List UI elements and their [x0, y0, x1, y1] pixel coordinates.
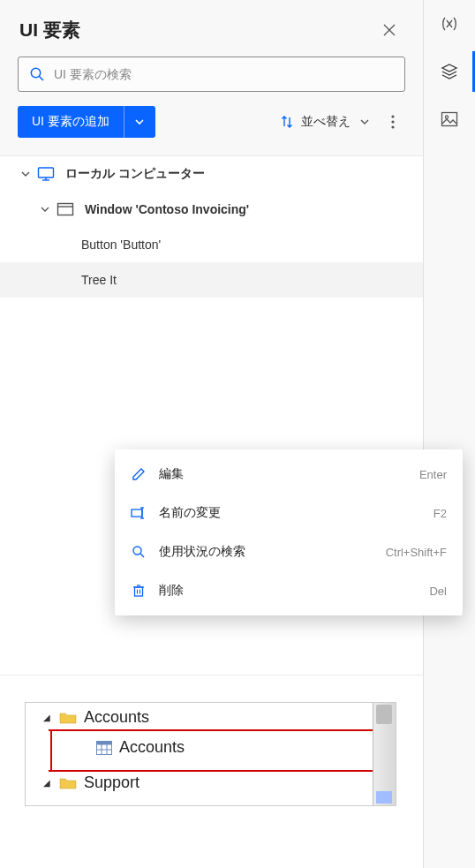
- search-icon: [29, 66, 45, 82]
- svg-point-14: [133, 547, 141, 555]
- preview-screenshot: ◢ Accounts Accounts ◢ Support: [25, 702, 396, 806]
- folder-icon: [59, 776, 77, 790]
- context-menu-rename-shortcut: F2: [434, 507, 447, 520]
- svg-point-0: [31, 68, 40, 77]
- tree-root-label: ローカル コンピューター: [65, 166, 205, 182]
- svg-point-27: [445, 116, 448, 118]
- svg-rect-22: [97, 741, 112, 744]
- tree-window-label: Window 'Contoso Invoicing': [85, 202, 249, 216]
- svg-rect-26: [442, 113, 457, 126]
- svg-rect-16: [135, 587, 143, 596]
- image-icon: [441, 111, 458, 127]
- chevron-down-icon: [20, 169, 31, 179]
- context-menu-delete[interactable]: 削除 Del: [115, 571, 463, 610]
- preview-row1-label: Accounts: [84, 708, 149, 727]
- svg-rect-8: [58, 204, 73, 215]
- chevron-down-icon: [40, 204, 50, 215]
- triangle-icon: ◢: [43, 713, 50, 722]
- rename-icon: [131, 507, 147, 519]
- tree-item-tree-row[interactable]: Tree It: [0, 262, 423, 298]
- grid-icon: [96, 741, 112, 755]
- search-icon: [132, 545, 146, 559]
- more-vertical-icon: [391, 115, 395, 129]
- rail-variables-tab[interactable]: [424, 0, 475, 48]
- context-menu-delete-label: 削除: [159, 583, 417, 599]
- panel-title: UI 要素: [19, 18, 80, 42]
- variables-icon: [441, 16, 458, 32]
- sort-icon: [280, 115, 294, 129]
- preview-pane: ◢ Accounts Accounts ◢ Support: [0, 675, 423, 868]
- add-ui-element-dropdown[interactable]: [124, 106, 155, 138]
- preview-tree-row: Accounts: [96, 738, 185, 757]
- context-menu-rename-label: 名前の変更: [159, 505, 421, 521]
- svg-point-4: [391, 125, 394, 128]
- context-menu-rename[interactable]: 名前の変更 F2: [115, 494, 463, 532]
- tree-window-row[interactable]: Window 'Contoso Invoicing': [0, 192, 423, 227]
- edit-icon: [132, 467, 146, 481]
- svg-rect-10: [132, 509, 142, 517]
- tree-item-tree-label: Tree It: [81, 273, 117, 287]
- search-input[interactable]: [54, 67, 394, 81]
- context-menu-edit-shortcut: Enter: [419, 468, 447, 481]
- tree-item-button-label: Button 'Button': [81, 238, 161, 252]
- sort-button[interactable]: 並べ替え: [280, 114, 372, 130]
- tree-area: ローカル コンピューター Window 'Contoso Invoicing' …: [0, 155, 423, 675]
- context-menu-find-usage-label: 使用状況の検索: [159, 544, 373, 560]
- context-menu-edit-label: 編集: [159, 466, 407, 482]
- preview-tree-row: ◢ Support: [43, 774, 139, 792]
- preview-row3-label: Support: [84, 774, 139, 792]
- svg-rect-5: [39, 168, 54, 177]
- svg-point-2: [391, 115, 394, 117]
- tree-root-row[interactable]: ローカル コンピューター: [0, 156, 423, 192]
- svg-point-3: [391, 120, 394, 123]
- window-icon: [57, 202, 74, 216]
- layers-icon: [441, 63, 458, 80]
- sort-label: 並べ替え: [301, 114, 351, 130]
- rail-images-tab[interactable]: [424, 95, 475, 143]
- tree-item-button-row[interactable]: Button 'Button': [0, 227, 423, 262]
- context-menu-delete-shortcut: Del: [429, 585, 447, 598]
- close-button[interactable]: [375, 16, 403, 44]
- rail-ui-elements-tab[interactable]: [424, 48, 475, 95]
- computer-icon: [37, 166, 55, 182]
- more-button[interactable]: [381, 115, 405, 129]
- delete-icon: [132, 584, 145, 598]
- folder-icon: [59, 711, 77, 725]
- svg-line-1: [40, 77, 44, 81]
- preview-scrollbar: [373, 703, 396, 805]
- context-menu-find-usage[interactable]: 使用状況の検索 Ctrl+Shift+F: [115, 532, 463, 571]
- add-ui-element-button[interactable]: UI 要素の追加: [18, 106, 124, 138]
- context-menu-edit[interactable]: 編集 Enter: [115, 455, 463, 494]
- svg-line-15: [140, 554, 144, 557]
- context-menu-find-usage-shortcut: Ctrl+Shift+F: [386, 546, 447, 559]
- context-menu: 編集 Enter 名前の変更 F2 使用状況の検索 Ctrl+Shift+F 削…: [115, 449, 463, 615]
- close-icon: [382, 23, 396, 37]
- triangle-icon: ◢: [43, 778, 50, 788]
- chevron-down-icon: [359, 117, 370, 127]
- preview-row2-label: Accounts: [119, 738, 185, 757]
- chevron-down-icon: [134, 117, 145, 127]
- search-box[interactable]: [18, 57, 405, 92]
- preview-tree-row: ◢ Accounts: [43, 708, 149, 727]
